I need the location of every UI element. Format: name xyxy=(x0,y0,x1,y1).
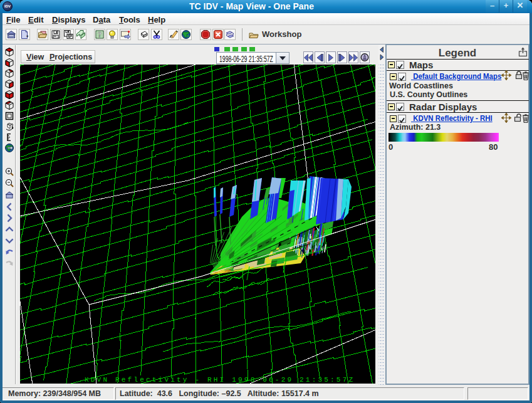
svg-text:KDVN Reflectivity - RHI 1998-0: KDVN Reflectivity - RHI 1998-06-29 21:35… xyxy=(85,376,355,384)
svg-text:*: * xyxy=(26,34,29,39)
svg-text:?: ? xyxy=(98,31,102,38)
